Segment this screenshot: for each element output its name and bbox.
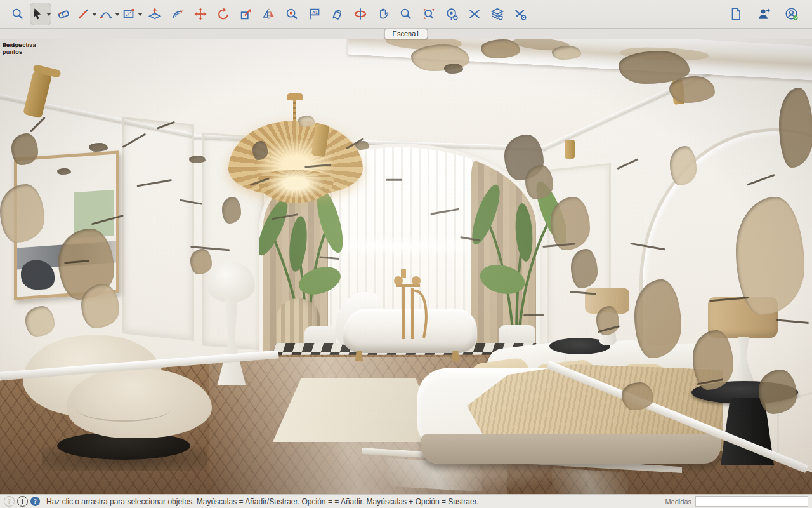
crack-line [180,199,202,205]
toolbar-tool-group: A1 [6,3,532,25]
text-tool-button[interactable]: A1 [304,3,325,25]
scene-tab[interactable]: Escena1 [384,29,428,39]
crack-line [122,133,146,147]
measurements-label: Medidas [665,498,691,505]
flip-tool-button[interactable] [258,3,280,25]
crack-line [617,158,638,169]
crack-line [523,314,544,316]
peel-patch [252,141,268,160]
crack-line [272,213,298,220]
peel-patch [298,116,315,127]
status-icon-group: ?i? [4,496,43,507]
crack-line [570,291,596,295]
arc-tool-button[interactable] [98,3,120,25]
crack-line [304,164,331,168]
offset-tool-button[interactable] [167,3,188,25]
peel-patch [525,165,553,199]
svg-text:A1: A1 [312,10,318,15]
peel-patch [0,184,44,243]
help-icon[interactable]: ? [30,497,40,506]
chevron-down-icon[interactable] [92,13,97,16]
crack-line [776,319,809,323]
peel-patch [57,168,71,175]
add-collaborator-button[interactable] [753,3,775,25]
peel-patch [189,156,206,163]
peel-patch [551,197,590,250]
crack-line [630,243,665,250]
peel-patch [634,279,681,358]
info-icon[interactable]: i [17,496,28,507]
scale-tool-button[interactable] [235,3,257,25]
styles-tool-button[interactable] [487,3,508,25]
crack-line [157,121,175,130]
line-tool-button[interactable] [75,3,97,25]
crack-line [430,208,459,215]
crack-line [319,256,339,259]
crack-line [91,215,124,225]
peel-patch [759,370,797,414]
peel-patch [670,146,697,185]
peel-patch [444,64,463,74]
rotate-tool-button[interactable] [213,3,234,25]
status-bar: ?i? Haz clic o arrastra para seleccionar… [0,494,812,508]
orbit-tool-button[interactable] [350,3,371,25]
peel-patch [571,249,598,288]
tips-icon[interactable]: ? [4,496,15,507]
search-tool-button[interactable] [7,3,29,25]
chevron-down-icon[interactable] [46,13,51,16]
position-camera-tool-button[interactable] [441,3,462,25]
scene-settings-tool-button[interactable] [509,3,531,25]
eraser-tool-button[interactable] [53,3,74,25]
chevron-down-icon[interactable] [115,13,120,16]
camera-mode-line2: de dos puntos [3,42,22,56]
paint-damage-layer [0,39,812,494]
peel-patch [552,46,581,60]
paint-bucket-tool-button[interactable] [327,3,348,25]
measurements-input[interactable] [695,496,808,507]
chevron-down-icon[interactable] [138,13,143,16]
peel-patch [779,88,812,168]
viewport-canvas[interactable]: Perspectiva de dos puntos [0,39,812,494]
peel-patch [81,284,119,328]
main-toolbar: A1 [0,0,812,29]
pan-tool-button[interactable] [372,3,394,25]
crack-line [460,236,480,241]
tape-measure-tool-button[interactable] [281,3,303,25]
zoom-tool-button[interactable] [395,3,417,25]
select-tool-button[interactable] [30,3,51,25]
move-tool-button[interactable] [190,3,211,25]
walk-tool-button[interactable] [464,3,485,25]
toolbar-right-group [724,3,803,25]
crack-line [709,297,749,302]
crack-line [386,179,402,181]
zoom-extents-tool-button[interactable] [418,3,440,25]
peel-patch [622,382,653,410]
measurements-box: Medidas [665,496,808,507]
peel-patch [89,143,108,152]
peel-patch [222,197,241,224]
status-hint-text: Haz clic o arrastra para seleccionar obj… [46,497,478,506]
peel-patch [669,76,715,103]
new-document-button[interactable] [725,3,747,25]
account-button[interactable] [781,3,802,25]
peel-patch [481,39,520,58]
peel-patch [190,249,212,274]
push-pull-tool-button[interactable] [144,3,166,25]
peel-patch [11,133,38,165]
crack-line [747,174,775,185]
crack-line [250,177,270,185]
peel-patch [25,306,55,337]
crack-line [30,117,45,132]
rectangle-tool-button[interactable] [121,3,143,25]
crack-line [136,179,172,187]
